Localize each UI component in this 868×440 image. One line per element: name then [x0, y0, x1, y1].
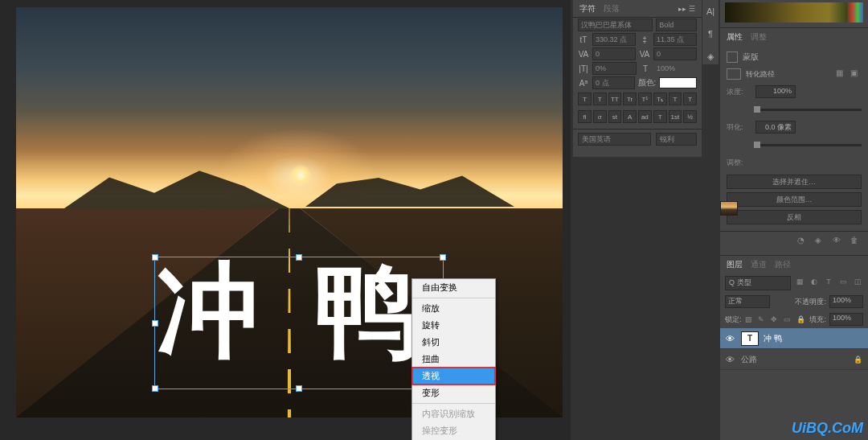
handle-n[interactable] — [296, 254, 302, 261]
density-slider[interactable] — [754, 109, 862, 111]
ot-fractions-btn[interactable]: ½ — [683, 110, 697, 123]
superscript-btn[interactable]: T¹ — [638, 93, 652, 105]
feather-slider[interactable] — [754, 144, 862, 146]
leading-field[interactable]: 11.35 点 — [653, 33, 697, 46]
properties-panel: 属性 调整 蒙版 转化路径 ▦ ▣ 浓度: 100% 羽化: — [720, 27, 868, 250]
filter-pixel-icon[interactable]: ▦ — [794, 278, 805, 289]
para-styles-icon[interactable]: ¶ — [705, 29, 716, 40]
text-color-swatch[interactable] — [659, 77, 697, 88]
filter-type-icon[interactable]: T — [823, 278, 834, 289]
tab-adjustments[interactable]: 调整 — [751, 31, 767, 43]
character-panel: 字符 段落 ▸▸ ☰ 汉鸭巴巴星系体 Bold tT 330.32 点 ‡ 11… — [573, 0, 702, 157]
lock-icon: 🔒 — [854, 356, 865, 364]
handle-nw[interactable] — [152, 254, 158, 261]
color-ramp[interactable] — [725, 2, 863, 23]
layer-name[interactable]: 冲 鸭 — [764, 333, 865, 344]
handle-sw[interactable] — [152, 385, 158, 392]
handle-s[interactable] — [296, 385, 302, 392]
ot-ordinals-btn[interactable]: 1st — [669, 110, 682, 123]
density-value[interactable]: 100% — [755, 85, 796, 98]
pixel-mask-btn[interactable]: ▦ — [836, 68, 847, 80]
opacity-value[interactable]: 100% — [829, 295, 863, 308]
font-style-field[interactable]: Bold — [656, 19, 697, 31]
lock-pixels-icon[interactable]: ✎ — [758, 315, 768, 323]
allcaps-btn[interactable]: TT — [608, 93, 622, 105]
cm-free-transform[interactable]: 自由变换 — [412, 279, 495, 296]
layer-filter-type[interactable]: Q 类型 — [725, 276, 791, 290]
lock-position-icon[interactable]: ✥ — [771, 315, 780, 323]
cm-distort[interactable]: 扭曲 — [412, 351, 495, 368]
baseline-field[interactable]: 0 点 — [592, 76, 635, 89]
filter-adjust-icon[interactable]: ◐ — [809, 278, 820, 289]
apply-mask-icon[interactable]: ◈ — [815, 236, 826, 247]
cm-rotate[interactable]: 旋转 — [412, 317, 495, 334]
transform-bounding-box[interactable] — [154, 257, 444, 389]
ot-titling-btn[interactable]: T — [653, 110, 667, 123]
visibility-eye-icon[interactable]: 👁 — [723, 334, 736, 343]
subscript-btn[interactable]: T₁ — [653, 93, 667, 105]
ot-ligatures-btn[interactable]: fi — [578, 110, 592, 123]
cm-skew[interactable]: 斜切 — [412, 334, 495, 351]
lock-artboard-icon[interactable]: ▭ — [784, 315, 793, 323]
tab-properties[interactable]: 属性 — [727, 31, 743, 43]
vscale-field[interactable]: 0% — [592, 62, 637, 75]
handle-ne[interactable] — [440, 254, 446, 261]
filter-smart-icon[interactable]: ◫ — [852, 278, 863, 289]
color-range-btn[interactable]: 颜色范围… — [727, 192, 862, 207]
cm-scale[interactable]: 缩放 — [412, 300, 495, 317]
font-family-field[interactable]: 汉鸭巴巴星系体 — [578, 19, 653, 31]
handle-w[interactable] — [152, 320, 158, 327]
kerning-field[interactable]: 0 — [592, 47, 636, 60]
layer-name[interactable]: 公路 — [741, 354, 849, 365]
sun — [289, 164, 312, 187]
smallcaps-btn[interactable]: Tr — [623, 93, 637, 105]
faux-italic-btn[interactable]: T — [593, 93, 607, 105]
transform-context-menu[interactable]: 自由变换 缩放 旋转 斜切 扭曲 透视 变形 内容识别缩放 操控变形 旋转 18… — [411, 278, 496, 440]
3d-icon[interactable]: ◈ — [705, 51, 716, 63]
vector-mask-btn[interactable]: ▣ — [850, 68, 862, 80]
invert-btn[interactable]: 反相 — [727, 210, 862, 224]
layer-thumb-text[interactable]: T — [741, 331, 759, 346]
font-size-field[interactable]: 330.32 点 — [592, 33, 636, 46]
delete-mask-icon[interactable]: 🗑 — [850, 236, 862, 247]
pixel-mask-icon[interactable] — [727, 68, 741, 80]
tab-character[interactable]: 字符 — [579, 3, 596, 14]
opentype-buttons: fi σ st A ad T 1st ½ — [573, 108, 702, 125]
panel-collapse-icon[interactable]: ▸▸ ☰ — [678, 5, 695, 13]
blend-mode-field[interactable]: 正常 — [725, 295, 770, 308]
cm-warp[interactable]: 变形 — [412, 384, 495, 401]
filter-shape-icon[interactable]: ▭ — [837, 278, 849, 289]
language-field[interactable]: 美国英语 — [578, 133, 651, 146]
select-and-mask-btn[interactable]: 选择并遮住… — [727, 175, 862, 189]
tab-channels[interactable]: 通道 — [751, 259, 767, 270]
faux-bold-btn[interactable]: T — [578, 93, 592, 105]
tab-paragraph[interactable]: 段落 — [604, 3, 620, 14]
fill-value[interactable]: 100% — [829, 313, 863, 326]
ot-discretionary-btn[interactable]: st — [608, 110, 622, 123]
load-selection-icon[interactable]: ◔ — [797, 236, 809, 247]
char-styles-icon[interactable]: A| — [705, 6, 716, 18]
disable-mask-icon[interactable]: 👁 — [833, 236, 844, 247]
tab-layers[interactable]: 图层 — [727, 259, 743, 270]
ot-contextual-btn[interactable]: σ — [593, 110, 607, 123]
visibility-eye-icon[interactable]: 👁 — [723, 355, 736, 364]
layer-row-image[interactable]: 👁 公路 🔒 — [720, 349, 868, 370]
layer-row-text[interactable]: 👁 T 冲 鸭 — [720, 328, 868, 349]
underline-btn[interactable]: T — [669, 93, 682, 105]
opacity-label: 不透明度: — [773, 297, 826, 307]
tracking-field[interactable]: 0 — [653, 47, 697, 60]
hscale-field[interactable]: 100% — [654, 62, 697, 75]
fill-label: 填充: — [809, 315, 826, 325]
tab-paths[interactable]: 路径 — [775, 259, 791, 270]
ot-swash-btn[interactable]: A — [623, 110, 637, 123]
leading-icon: ‡ — [639, 35, 650, 44]
layer-thumb-image[interactable] — [720, 201, 738, 216]
feather-value[interactable]: 0.0 像素 — [755, 121, 796, 134]
lock-transparency-icon[interactable]: ▨ — [745, 315, 755, 323]
density-label: 浓度: — [727, 87, 751, 97]
ot-stylistic-btn[interactable]: ad — [638, 110, 652, 123]
cm-perspective[interactable]: 透视 — [412, 368, 495, 384]
lock-all-icon[interactable]: 🔒 — [796, 315, 806, 323]
antialias-field[interactable]: 锐利 — [656, 133, 697, 146]
strikethrough-btn[interactable]: T — [683, 93, 697, 105]
